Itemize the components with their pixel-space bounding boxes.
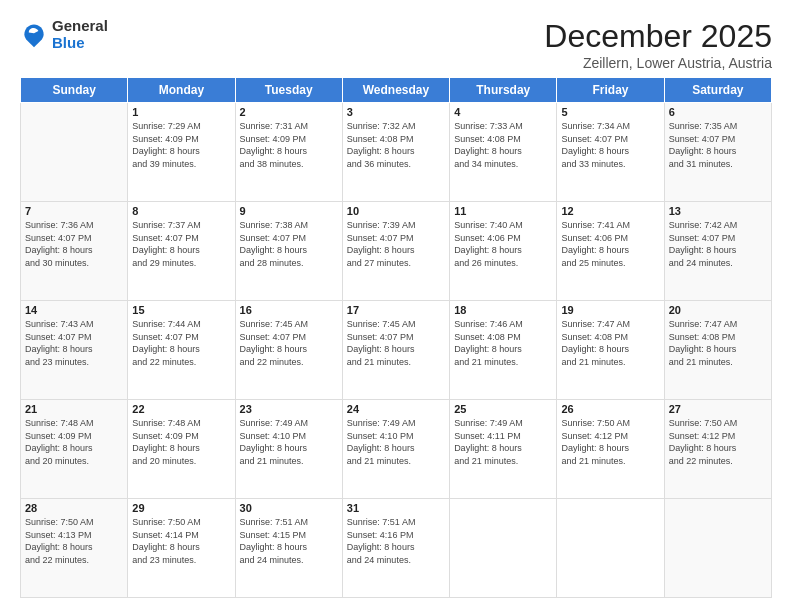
weekday-header: Monday: [128, 78, 235, 103]
day-number: 24: [347, 403, 445, 415]
calendar-cell: 22Sunrise: 7:48 AM Sunset: 4:09 PM Dayli…: [128, 400, 235, 499]
day-info: Sunrise: 7:50 AM Sunset: 4:14 PM Dayligh…: [132, 516, 230, 566]
day-info: Sunrise: 7:49 AM Sunset: 4:10 PM Dayligh…: [347, 417, 445, 467]
day-number: 4: [454, 106, 552, 118]
day-number: 12: [561, 205, 659, 217]
calendar-cell: [557, 499, 664, 598]
day-number: 21: [25, 403, 123, 415]
calendar-cell: 31Sunrise: 7:51 AM Sunset: 4:16 PM Dayli…: [342, 499, 449, 598]
day-number: 29: [132, 502, 230, 514]
day-number: 25: [454, 403, 552, 415]
weekday-header: Saturday: [664, 78, 771, 103]
day-info: Sunrise: 7:48 AM Sunset: 4:09 PM Dayligh…: [132, 417, 230, 467]
calendar-cell: 19Sunrise: 7:47 AM Sunset: 4:08 PM Dayli…: [557, 301, 664, 400]
calendar-week-row: 21Sunrise: 7:48 AM Sunset: 4:09 PM Dayli…: [21, 400, 772, 499]
day-info: Sunrise: 7:29 AM Sunset: 4:09 PM Dayligh…: [132, 120, 230, 170]
day-info: Sunrise: 7:44 AM Sunset: 4:07 PM Dayligh…: [132, 318, 230, 368]
day-number: 2: [240, 106, 338, 118]
day-info: Sunrise: 7:51 AM Sunset: 4:15 PM Dayligh…: [240, 516, 338, 566]
weekday-header: Friday: [557, 78, 664, 103]
calendar-cell: 11Sunrise: 7:40 AM Sunset: 4:06 PM Dayli…: [450, 202, 557, 301]
day-number: 5: [561, 106, 659, 118]
day-number: 28: [25, 502, 123, 514]
day-number: 7: [25, 205, 123, 217]
logo: General Blue: [20, 18, 108, 51]
day-number: 9: [240, 205, 338, 217]
calendar-cell: 16Sunrise: 7:45 AM Sunset: 4:07 PM Dayli…: [235, 301, 342, 400]
weekday-row: SundayMondayTuesdayWednesdayThursdayFrid…: [21, 78, 772, 103]
day-info: Sunrise: 7:32 AM Sunset: 4:08 PM Dayligh…: [347, 120, 445, 170]
day-number: 11: [454, 205, 552, 217]
day-number: 19: [561, 304, 659, 316]
calendar-cell: 7Sunrise: 7:36 AM Sunset: 4:07 PM Daylig…: [21, 202, 128, 301]
day-number: 26: [561, 403, 659, 415]
day-info: Sunrise: 7:50 AM Sunset: 4:12 PM Dayligh…: [561, 417, 659, 467]
calendar-week-row: 28Sunrise: 7:50 AM Sunset: 4:13 PM Dayli…: [21, 499, 772, 598]
day-number: 17: [347, 304, 445, 316]
title-block: December 2025 Zeillern, Lower Austria, A…: [544, 18, 772, 71]
header: General Blue December 2025 Zeillern, Low…: [20, 18, 772, 71]
logo-blue: Blue: [52, 35, 108, 52]
day-number: 15: [132, 304, 230, 316]
calendar-cell: 18Sunrise: 7:46 AM Sunset: 4:08 PM Dayli…: [450, 301, 557, 400]
day-number: 23: [240, 403, 338, 415]
calendar-cell: 6Sunrise: 7:35 AM Sunset: 4:07 PM Daylig…: [664, 103, 771, 202]
day-info: Sunrise: 7:43 AM Sunset: 4:07 PM Dayligh…: [25, 318, 123, 368]
day-info: Sunrise: 7:47 AM Sunset: 4:08 PM Dayligh…: [561, 318, 659, 368]
calendar-cell: 21Sunrise: 7:48 AM Sunset: 4:09 PM Dayli…: [21, 400, 128, 499]
calendar-cell: 20Sunrise: 7:47 AM Sunset: 4:08 PM Dayli…: [664, 301, 771, 400]
calendar-cell: 9Sunrise: 7:38 AM Sunset: 4:07 PM Daylig…: [235, 202, 342, 301]
calendar-cell: 26Sunrise: 7:50 AM Sunset: 4:12 PM Dayli…: [557, 400, 664, 499]
day-info: Sunrise: 7:45 AM Sunset: 4:07 PM Dayligh…: [240, 318, 338, 368]
calendar-body: 1Sunrise: 7:29 AM Sunset: 4:09 PM Daylig…: [21, 103, 772, 598]
calendar-cell: 4Sunrise: 7:33 AM Sunset: 4:08 PM Daylig…: [450, 103, 557, 202]
day-number: 16: [240, 304, 338, 316]
weekday-header: Wednesday: [342, 78, 449, 103]
calendar-cell: 13Sunrise: 7:42 AM Sunset: 4:07 PM Dayli…: [664, 202, 771, 301]
month-title: December 2025: [544, 18, 772, 55]
calendar-cell: 27Sunrise: 7:50 AM Sunset: 4:12 PM Dayli…: [664, 400, 771, 499]
calendar-cell: 8Sunrise: 7:37 AM Sunset: 4:07 PM Daylig…: [128, 202, 235, 301]
day-number: 14: [25, 304, 123, 316]
weekday-header: Thursday: [450, 78, 557, 103]
calendar-cell: 28Sunrise: 7:50 AM Sunset: 4:13 PM Dayli…: [21, 499, 128, 598]
day-info: Sunrise: 7:48 AM Sunset: 4:09 PM Dayligh…: [25, 417, 123, 467]
calendar-cell: 24Sunrise: 7:49 AM Sunset: 4:10 PM Dayli…: [342, 400, 449, 499]
day-number: 22: [132, 403, 230, 415]
day-number: 1: [132, 106, 230, 118]
calendar-cell: 29Sunrise: 7:50 AM Sunset: 4:14 PM Dayli…: [128, 499, 235, 598]
calendar-cell: 3Sunrise: 7:32 AM Sunset: 4:08 PM Daylig…: [342, 103, 449, 202]
calendar-cell: 23Sunrise: 7:49 AM Sunset: 4:10 PM Dayli…: [235, 400, 342, 499]
logo-text: General Blue: [52, 18, 108, 51]
day-info: Sunrise: 7:47 AM Sunset: 4:08 PM Dayligh…: [669, 318, 767, 368]
day-number: 13: [669, 205, 767, 217]
day-number: 3: [347, 106, 445, 118]
day-number: 20: [669, 304, 767, 316]
day-info: Sunrise: 7:40 AM Sunset: 4:06 PM Dayligh…: [454, 219, 552, 269]
day-info: Sunrise: 7:39 AM Sunset: 4:07 PM Dayligh…: [347, 219, 445, 269]
day-info: Sunrise: 7:50 AM Sunset: 4:12 PM Dayligh…: [669, 417, 767, 467]
day-number: 6: [669, 106, 767, 118]
day-info: Sunrise: 7:36 AM Sunset: 4:07 PM Dayligh…: [25, 219, 123, 269]
calendar-cell: 12Sunrise: 7:41 AM Sunset: 4:06 PM Dayli…: [557, 202, 664, 301]
calendar-cell: 15Sunrise: 7:44 AM Sunset: 4:07 PM Dayli…: [128, 301, 235, 400]
calendar-cell: [450, 499, 557, 598]
calendar-cell: 2Sunrise: 7:31 AM Sunset: 4:09 PM Daylig…: [235, 103, 342, 202]
calendar-cell: 10Sunrise: 7:39 AM Sunset: 4:07 PM Dayli…: [342, 202, 449, 301]
page: General Blue December 2025 Zeillern, Low…: [0, 0, 792, 612]
calendar-cell: 14Sunrise: 7:43 AM Sunset: 4:07 PM Dayli…: [21, 301, 128, 400]
day-info: Sunrise: 7:31 AM Sunset: 4:09 PM Dayligh…: [240, 120, 338, 170]
calendar-cell: 30Sunrise: 7:51 AM Sunset: 4:15 PM Dayli…: [235, 499, 342, 598]
calendar-cell: 17Sunrise: 7:45 AM Sunset: 4:07 PM Dayli…: [342, 301, 449, 400]
day-info: Sunrise: 7:38 AM Sunset: 4:07 PM Dayligh…: [240, 219, 338, 269]
calendar-cell: [21, 103, 128, 202]
day-number: 31: [347, 502, 445, 514]
day-number: 10: [347, 205, 445, 217]
calendar-week-row: 1Sunrise: 7:29 AM Sunset: 4:09 PM Daylig…: [21, 103, 772, 202]
day-info: Sunrise: 7:49 AM Sunset: 4:10 PM Dayligh…: [240, 417, 338, 467]
day-number: 8: [132, 205, 230, 217]
logo-icon: [20, 21, 48, 49]
day-number: 27: [669, 403, 767, 415]
calendar-cell: 1Sunrise: 7:29 AM Sunset: 4:09 PM Daylig…: [128, 103, 235, 202]
day-info: Sunrise: 7:35 AM Sunset: 4:07 PM Dayligh…: [669, 120, 767, 170]
